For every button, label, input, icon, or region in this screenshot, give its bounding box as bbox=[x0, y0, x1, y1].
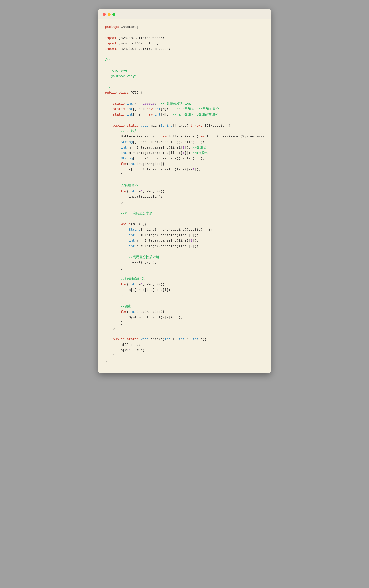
maximize-button[interactable] bbox=[112, 13, 115, 16]
minimize-button[interactable] bbox=[108, 13, 111, 16]
title-bar bbox=[98, 9, 271, 19]
close-button[interactable] bbox=[103, 13, 106, 16]
code-content: package Chapter1; import java.io.Buffere… bbox=[98, 19, 271, 373]
code-window: package Chapter1; import java.io.Buffere… bbox=[98, 9, 271, 373]
